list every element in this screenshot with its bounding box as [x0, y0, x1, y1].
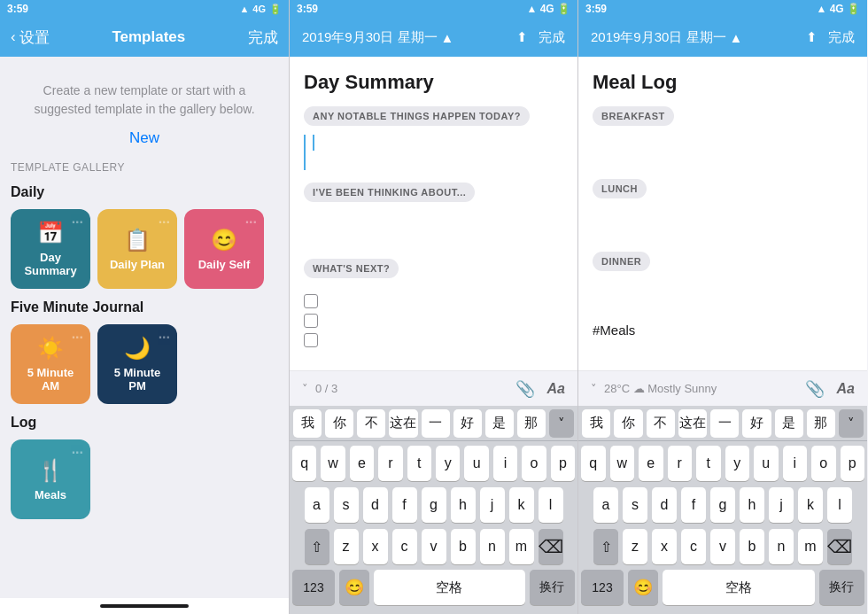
card-daily-plan[interactable]: ··· 📋 Daily Plan — [97, 209, 177, 289]
suggestion-2-2[interactable]: 你 — [325, 409, 353, 438]
key-r-2[interactable]: r — [378, 446, 402, 481]
key-a-3[interactable]: a — [593, 487, 618, 523]
checkbox-3[interactable] — [304, 333, 318, 347]
lunch-input[interactable] — [593, 207, 853, 252]
dinner-input[interactable] — [593, 280, 853, 315]
key-a-2[interactable]: a — [305, 487, 329, 523]
breakfast-input[interactable] — [593, 135, 853, 179]
key-l-2[interactable]: l — [539, 487, 563, 523]
card-day-summary[interactable]: ··· 📅 Day Summary — [11, 209, 90, 289]
key-n-2[interactable]: n — [480, 529, 505, 564]
key-y-3[interactable]: y — [725, 446, 750, 481]
key-b-2[interactable]: b — [451, 529, 476, 564]
suggestion-3-5[interactable]: 一 — [710, 409, 739, 438]
key-w-3[interactable]: w — [610, 446, 635, 481]
back-button-1[interactable]: ‹ 设置 — [11, 27, 50, 48]
suggestion-2-5[interactable]: 一 — [422, 409, 450, 438]
key-c-2[interactable]: c — [392, 529, 417, 564]
suggestion-2-8[interactable]: 那 — [517, 409, 546, 438]
key-l-3[interactable]: l — [827, 487, 852, 523]
num-key-3[interactable]: 123 — [581, 570, 624, 605]
suggestion-3-7[interactable]: 是 — [775, 409, 803, 438]
key-w-2[interactable]: w — [321, 446, 345, 481]
done-button-2[interactable]: 完成 — [539, 29, 565, 46]
emoji-key-2[interactable]: 😊 — [339, 570, 369, 605]
key-t-3[interactable]: t — [696, 446, 721, 481]
suggestion-3-2[interactable]: 你 — [614, 409, 642, 438]
key-b-3[interactable]: b — [740, 529, 764, 564]
key-m-3[interactable]: m — [798, 529, 823, 564]
num-key-2[interactable]: 123 — [292, 570, 335, 605]
card-daily-self[interactable]: ··· 😊 Daily Self — [184, 209, 264, 289]
key-v-2[interactable]: v — [422, 529, 446, 564]
attach-icon-3[interactable]: 📎 — [805, 379, 825, 399]
suggestion-3-8[interactable]: 那 — [807, 409, 835, 438]
suggestion-3-3[interactable]: 不 — [647, 409, 675, 438]
spacebar-3[interactable]: 空格 — [663, 570, 814, 605]
key-n-3[interactable]: n — [769, 529, 794, 564]
suggestion-2-7[interactable]: 是 — [485, 409, 514, 438]
suggestion-2-6[interactable]: 好 — [453, 409, 482, 438]
checkbox-row-2[interactable] — [304, 314, 563, 328]
checkbox-2[interactable] — [304, 314, 318, 328]
card-meals[interactable]: ··· 🍴 Meals — [11, 439, 90, 519]
key-i-3[interactable]: i — [783, 446, 808, 481]
suggestion-2-1[interactable]: 我 — [293, 409, 322, 438]
card-5min-pm[interactable]: ··· 🌙 5 Minute PM — [97, 324, 177, 404]
share-button-2[interactable]: ⬆ — [516, 29, 528, 45]
suggestion-3-6[interactable]: 好 — [742, 409, 771, 438]
key-g-2[interactable]: g — [422, 487, 446, 523]
key-y-2[interactable]: y — [436, 446, 460, 481]
key-d-2[interactable]: d — [363, 487, 388, 523]
key-p-3[interactable]: p — [841, 446, 865, 481]
chevron-icon-3[interactable]: ˅ — [591, 382, 597, 395]
delete-key-3[interactable]: ⌫ — [827, 529, 852, 564]
text-input-1[interactable] — [304, 135, 563, 170]
expand-icon-2[interactable]: ˅ — [549, 409, 574, 438]
checkbox-1[interactable] — [304, 294, 318, 308]
checkbox-row-3[interactable] — [304, 333, 563, 347]
format-icon-3[interactable]: Aa — [837, 381, 855, 397]
key-s-3[interactable]: s — [623, 487, 647, 523]
key-v-3[interactable]: v — [710, 529, 735, 564]
key-j-3[interactable]: j — [769, 487, 794, 523]
key-f-2[interactable]: f — [392, 487, 417, 523]
text-area-2[interactable] — [304, 211, 563, 246]
key-q-2[interactable]: q — [292, 446, 316, 481]
key-d-3[interactable]: d — [652, 487, 677, 523]
key-q-3[interactable]: q — [581, 446, 606, 481]
done-button-3[interactable]: 完成 — [828, 29, 855, 46]
new-template-button[interactable]: New — [11, 129, 278, 147]
key-u-3[interactable]: u — [754, 446, 779, 481]
key-t-2[interactable]: t — [407, 446, 431, 481]
checkbox-row-1[interactable] — [304, 294, 563, 308]
enter-key-3[interactable]: 换行 — [819, 570, 864, 605]
key-e-2[interactable]: e — [350, 446, 374, 481]
suggestion-3-1[interactable]: 我 — [582, 409, 610, 438]
card-5min-am[interactable]: ··· ☀️ 5 Minute AM — [11, 324, 90, 404]
suggestion-2-4[interactable]: 这在 — [389, 409, 417, 438]
key-u-2[interactable]: u — [464, 446, 488, 481]
key-h-3[interactable]: h — [740, 487, 764, 523]
key-f-3[interactable]: f — [681, 487, 706, 523]
key-p-2[interactable]: p — [551, 446, 575, 481]
key-m-2[interactable]: m — [509, 529, 534, 564]
attach-icon-2[interactable]: 📎 — [515, 379, 535, 399]
format-icon-2[interactable]: Aa — [547, 381, 565, 397]
spacebar-2[interactable]: 空格 — [374, 570, 525, 605]
shift-key-2[interactable]: ⇧ — [305, 529, 329, 564]
key-x-2[interactable]: x — [363, 529, 388, 564]
key-k-3[interactable]: k — [798, 487, 823, 523]
suggestion-2-3[interactable]: 不 — [357, 409, 385, 438]
key-s-2[interactable]: s — [334, 487, 359, 523]
key-c-3[interactable]: c — [681, 529, 706, 564]
key-r-3[interactable]: r — [668, 446, 693, 481]
suggestion-3-4[interactable]: 这在 — [678, 409, 707, 438]
chevron-icon-2[interactable]: ˅ — [302, 382, 308, 395]
key-o-2[interactable]: o — [522, 446, 546, 481]
key-j-2[interactable]: j — [480, 487, 505, 523]
enter-key-2[interactable]: 换行 — [530, 570, 575, 605]
expand-icon-3[interactable]: ˅ — [839, 409, 864, 438]
emoji-key-3[interactable]: 😊 — [628, 570, 658, 605]
key-i-2[interactable]: i — [493, 446, 517, 481]
